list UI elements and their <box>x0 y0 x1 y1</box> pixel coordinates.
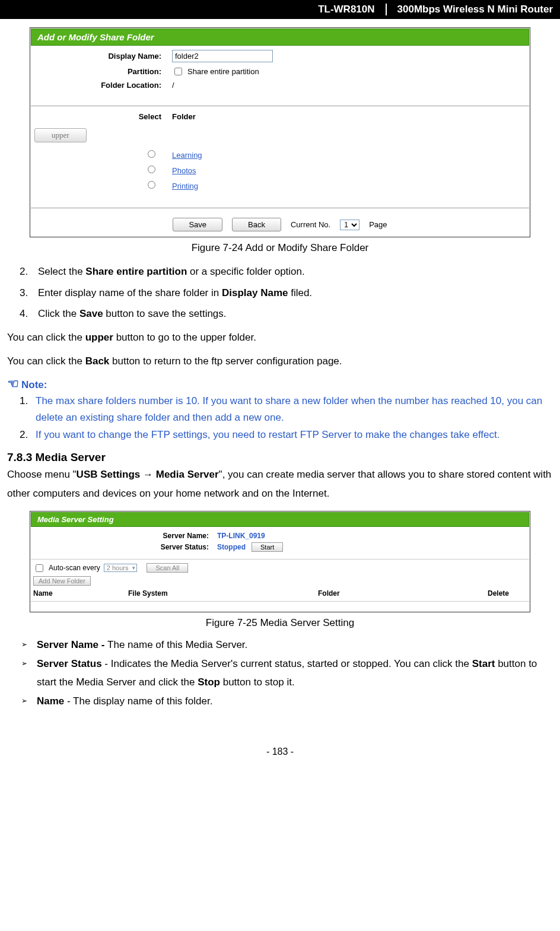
folder-radio-photos[interactable] <box>148 166 155 173</box>
back-note: You can click the Back button to return … <box>7 351 553 372</box>
col-delete: Delete <box>448 589 527 598</box>
section-heading: 7.8.3 Media Server <box>7 451 553 464</box>
folder-link-photos[interactable]: Photos <box>172 166 196 175</box>
server-status-value: Stopped <box>217 543 246 551</box>
start-button[interactable]: Start <box>252 542 283 552</box>
folder-row: Printing <box>31 178 529 193</box>
folder-location-label: Folder Location: <box>31 81 172 90</box>
folder-row: Photos <box>31 163 529 178</box>
server-name-value: TP-LINK_0919 <box>217 532 265 540</box>
col-folder-header: Folder <box>172 112 529 121</box>
col-folder: Folder <box>318 589 448 598</box>
bullet-server-status: Server Status - Indicates the Media Serv… <box>21 655 553 691</box>
steps-list: Select the Share entire partition or a s… <box>7 261 553 325</box>
folder-row: Learning <box>31 147 529 163</box>
notes-list: The max share folders number is 10. If y… <box>7 393 553 443</box>
autoscan-checkbox[interactable] <box>36 564 43 572</box>
note-1: The max share folders number is 10. If y… <box>31 393 553 425</box>
autoscan-interval-select[interactable]: 2 hours ▾ <box>104 564 138 572</box>
partition-label: Partition: <box>31 67 172 76</box>
share-partition-text: Share entire partition <box>187 67 259 76</box>
bullet-server-name: Server Name - The name of this Media Ser… <box>21 636 553 654</box>
autoscan-label: Auto-scan every <box>49 564 100 572</box>
step-3: Enter display name of the share folder i… <box>31 282 553 304</box>
server-status-label: Server Status: <box>31 543 217 551</box>
folder-link-printing[interactable]: Printing <box>172 182 198 190</box>
share-partition-checkbox[interactable] <box>174 68 182 75</box>
share-panel-title: Add or Modify Share Folder <box>31 28 529 46</box>
col-name: Name <box>33 589 128 598</box>
folder-radio-learning[interactable] <box>148 150 155 158</box>
model-number: TL-WR810N <box>318 4 386 15</box>
step-4: Click the Save button to save the settin… <box>31 303 553 325</box>
page-select[interactable]: 1 <box>340 220 359 230</box>
save-button[interactable]: Save <box>173 218 222 231</box>
bullet-list: Server Name - The name of this Media Ser… <box>7 636 553 711</box>
back-button[interactable]: Back <box>232 218 281 231</box>
page-number: - 183 - <box>0 746 560 757</box>
section-intro: Choose menu "USB Settings → Media Server… <box>7 465 553 504</box>
page-header: TL-WR810N 300Mbps Wireless N Mini Router <box>0 0 560 19</box>
current-no-label: Current No. <box>291 220 330 229</box>
folder-link-learning[interactable]: Learning <box>172 151 202 160</box>
server-name-label: Server Name: <box>31 532 217 540</box>
bullet-name: Name - The display name of this folder. <box>21 692 553 711</box>
figure-media-server: Media Server Setting Server Name: TP-LIN… <box>30 511 530 612</box>
folder-radio-printing[interactable] <box>148 181 155 189</box>
scan-all-button[interactable]: Scan All <box>147 563 188 573</box>
folder-location-value: / <box>172 81 174 90</box>
hand-icon: ☞ <box>7 376 19 392</box>
upper-button[interactable]: upper <box>34 128 87 142</box>
note-2: If you want to change the FTP settings, … <box>31 427 553 443</box>
note-heading: ☞Note: <box>7 376 553 392</box>
upper-note: You can click the upper button to go to … <box>7 327 553 348</box>
display-name-label: Display Name: <box>31 52 172 61</box>
figure-share-folder: Add or Modify Share Folder Display Name:… <box>30 27 530 237</box>
media-panel-title: Media Server Setting <box>31 512 529 527</box>
display-name-input[interactable] <box>172 50 273 62</box>
step-2: Select the Share entire partition or a s… <box>31 261 553 282</box>
add-new-folder-button[interactable]: Add New Folder <box>33 576 91 586</box>
product-name: 300Mbps Wireless N Mini Router <box>397 4 553 15</box>
figure2-caption: Figure 7-25 Media Server Setting <box>0 617 560 629</box>
col-select-header: Select <box>31 112 172 121</box>
col-filesystem: File System <box>128 589 318 598</box>
page-suffix: Page <box>369 220 387 229</box>
figure1-caption: Figure 7-24 Add or Modify Share Folder <box>0 242 560 254</box>
